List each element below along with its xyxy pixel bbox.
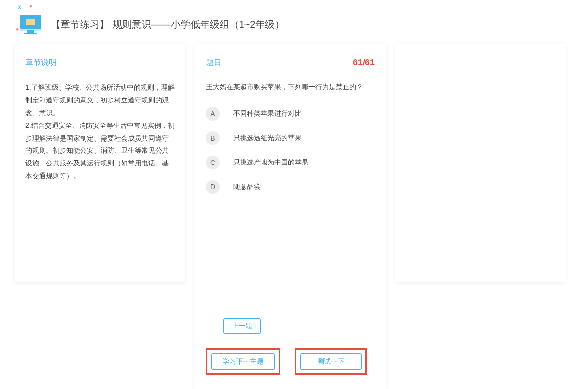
answer-option-c[interactable]: C 只挑选产地为中国的苹果 <box>206 156 375 169</box>
decoration-plus-icon: + <box>46 6 50 13</box>
content-area: 章节说明 1.了解班级、学校、公共场所活动中的规则，理解制定和遵守规则的意义，初… <box>0 44 588 389</box>
option-text: 只挑选产地为中国的苹果 <box>233 158 308 167</box>
chapter-description-text: 1.了解班级、学校、公共场所活动中的规则，理解制定和遵守规则的意义，初步树立遵守… <box>25 82 175 183</box>
option-letter: D <box>206 180 220 194</box>
chapter-description-panel: 章节说明 1.了解班级、学校、公共场所活动中的规则，理解制定和遵守规则的意义，初… <box>15 44 185 282</box>
question-title: 题目 <box>206 58 222 68</box>
decoration-cross-icon: ✕ <box>17 4 22 11</box>
question-progress: 61/61 <box>353 58 375 68</box>
right-empty-panel <box>395 44 566 282</box>
highlight-box-next: 学习下一主题 <box>206 348 280 375</box>
decoration-diamond-icon: ◆ <box>16 27 19 31</box>
page-header: ✕ ◆ + ◆ 【章节练习】 规则意识——小学低年级组（1~2年级） <box>0 0 588 44</box>
answer-option-a[interactable]: A 不同种类苹果进行对比 <box>206 107 375 121</box>
option-text: 只挑选透红光亮的苹果 <box>233 134 302 143</box>
decoration-diamond-icon: ◆ <box>29 4 32 11</box>
button-area: 上一题 学习下一主题 测试一下 <box>206 318 375 375</box>
highlight-box-test: 测试一下 <box>295 348 367 375</box>
answer-option-d[interactable]: D 随意品尝 <box>206 180 375 194</box>
page-title: 【章节练习】 规则意识——小学低年级组（1~2年级） <box>51 18 284 31</box>
option-text: 不同种类苹果进行对比 <box>233 109 302 118</box>
question-header: 题目 61/61 <box>206 58 375 68</box>
option-text: 随意品尝 <box>233 183 261 191</box>
section-title: 章节说明 <box>25 58 175 68</box>
option-letter: C <box>206 156 220 169</box>
option-letter: A <box>206 107 220 121</box>
highlighted-buttons-row: 学习下一主题 测试一下 <box>206 348 375 375</box>
option-letter: B <box>206 131 220 145</box>
previous-question-button[interactable]: 上一题 <box>223 318 261 334</box>
answer-option-b[interactable]: B 只挑选透红光亮的苹果 <box>206 131 375 145</box>
test-button[interactable]: 测试一下 <box>300 353 362 370</box>
question-text: 王大妈在某超市购买苹果，下列哪一行为是禁止的？ <box>206 82 375 92</box>
prev-button-row: 上一题 <box>223 318 375 334</box>
next-topic-button[interactable]: 学习下一主题 <box>211 353 275 370</box>
question-panel: 题目 61/61 王大妈在某超市购买苹果，下列哪一行为是禁止的？ A 不同种类苹… <box>194 44 386 389</box>
monitor-book-icon <box>20 15 41 34</box>
header-decoration: ✕ ◆ <box>17 4 32 11</box>
